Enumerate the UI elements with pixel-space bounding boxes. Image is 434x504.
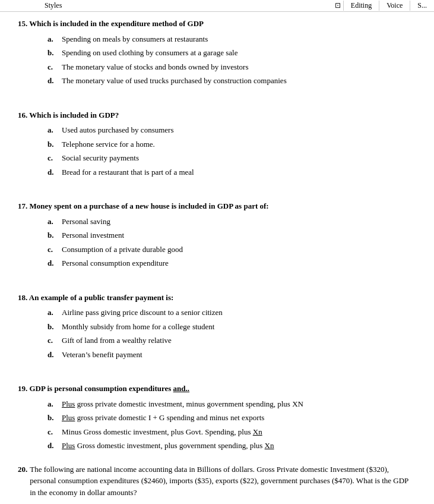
- question-15: 15. Which is included in the expenditure…: [18, 18, 416, 87]
- question-19-underline: and..: [173, 384, 189, 393]
- question-19: 19. GDP is personal consumption expendit…: [18, 383, 416, 452]
- top-bar: Styles ⊡ Editing Voice S...: [0, 0, 434, 12]
- option-letter: a.: [47, 502, 58, 504]
- share-label[interactable]: S...: [410, 1, 434, 11]
- option-letter: a.: [47, 124, 58, 136]
- list-item: c. The monetary value of stocks and bond…: [47, 61, 416, 73]
- option-letter: b.: [47, 321, 58, 333]
- list-item: a. $ 3250: [47, 502, 416, 504]
- option-text: Used autos purchased by consumers: [62, 124, 173, 136]
- question-18-text: 18. An example of a public transfer paym…: [18, 292, 416, 304]
- option-letter: c.: [47, 426, 58, 438]
- option-letter: d.: [47, 75, 58, 87]
- option-text: Minus Gross domestic investment, plus Go…: [62, 426, 262, 438]
- list-item: d. Plus Gross domestic investment, plus …: [47, 440, 416, 452]
- list-item: b. Plus gross private domestic I + G spe…: [47, 412, 416, 424]
- option-letter: d.: [47, 440, 58, 452]
- option-text: Consumption of a private durable good: [62, 244, 183, 256]
- option-letter: a.: [47, 307, 58, 319]
- option-text: Bread for a restaurant that is part of a…: [62, 166, 194, 178]
- question-15-text: 15. Which is included in the expenditure…: [18, 18, 416, 30]
- question-20-options: a. $ 3250 b. $ 3263 c. $ 3237 d. $ 3290: [18, 502, 416, 504]
- option-text: Telephone service for a home.: [62, 138, 155, 150]
- option-letter: a.: [47, 33, 58, 45]
- document-content: 15. Which is included in the expenditure…: [0, 12, 434, 504]
- question-18: 18. An example of a public transfer paym…: [18, 292, 416, 361]
- option-text: Gift of land from a wealthy relative: [62, 335, 172, 346]
- option-text: Personal saving: [62, 216, 110, 228]
- question-18-options: a. Airline pass giving price discount to…: [18, 307, 416, 360]
- option-letter: b.: [47, 138, 58, 150]
- list-item: c. Consumption of a private durable good: [47, 244, 416, 256]
- list-item: d. Veteran’s benefit payment: [47, 349, 416, 361]
- list-item: b. Personal investment: [47, 229, 416, 241]
- question-20-text: 20. The following are national income ac…: [18, 464, 416, 499]
- option-text: Spending on meals by consumers at restau…: [62, 33, 208, 45]
- option-letter: b.: [47, 229, 58, 241]
- option-letter: d.: [47, 257, 58, 269]
- option-text: Plus Gross domestic investment, plus gov…: [62, 440, 274, 452]
- option-letter: c.: [47, 152, 58, 164]
- question-20: 20. The following are national income ac…: [18, 464, 416, 505]
- question-19-options: a. Plus gross private domestic investmen…: [18, 398, 416, 452]
- question-16: 16. Which is included in GDP? a. Used au…: [18, 109, 416, 178]
- option-letter: a.: [47, 398, 58, 410]
- option-text: The monetary value of stocks and bonds o…: [62, 61, 248, 73]
- option-letter: b.: [47, 47, 58, 59]
- styles-label[interactable]: Styles: [45, 1, 62, 10]
- voice-label[interactable]: Voice: [379, 1, 410, 11]
- list-item: b. Telephone service for a home.: [47, 138, 416, 150]
- option-text: Plus gross private domestic I + G spendi…: [62, 412, 264, 424]
- option-text: Personal investment: [62, 229, 124, 241]
- option-text: The monetary value of used trucks purcha…: [62, 75, 287, 87]
- list-item: d. The monetary value of used trucks pur…: [47, 75, 416, 87]
- list-item: a. Spending on meals by consumers at res…: [47, 33, 416, 45]
- question-15-options: a. Spending on meals by consumers at res…: [18, 33, 416, 87]
- question-17: 17. Money spent on a purchase of a new h…: [18, 200, 416, 269]
- option-text: Monthly subsidy from home for a college …: [62, 321, 214, 333]
- list-item: b. Monthly subsidy from home for a colle…: [47, 321, 416, 333]
- list-item: a. Personal saving: [47, 216, 416, 228]
- option-letter: c.: [47, 61, 58, 73]
- option-letter: b.: [47, 412, 58, 424]
- option-text: Veteran’s benefit payment: [62, 349, 142, 361]
- question-19-text: 19. GDP is personal consumption expendit…: [18, 383, 416, 395]
- question-16-options: a. Used autos purchased by consumers b. …: [18, 124, 416, 178]
- list-item: c. Social security payments: [47, 152, 416, 164]
- list-item: a. Plus gross private domestic investmen…: [47, 398, 416, 410]
- option-text: Plus gross private domestic investment, …: [62, 398, 303, 410]
- list-item: b. Spending on used clothing by consumer…: [47, 47, 416, 59]
- list-item: a. Airline pass giving price discount to…: [47, 307, 416, 319]
- question-17-options: a. Personal saving b. Personal investmen…: [18, 216, 416, 269]
- option-letter: c.: [47, 335, 58, 346]
- option-letter: c.: [47, 244, 58, 256]
- option-text: Spending on used clothing by consumers a…: [62, 47, 237, 59]
- list-item: c. Gift of land from a wealthy relative: [47, 335, 416, 346]
- option-letter: d.: [47, 166, 58, 178]
- list-item: d. Bread for a restaurant that is part o…: [47, 166, 416, 178]
- list-item: c. Minus Gross domestic investment, plus…: [47, 426, 416, 438]
- list-item: d. Personal consumption expenditure: [47, 257, 416, 269]
- question-17-text: 17. Money spent on a purchase of a new h…: [18, 200, 416, 212]
- editing-label[interactable]: Editing: [343, 1, 379, 11]
- option-letter: a.: [47, 216, 58, 228]
- option-text: Airline pass giving price discount to a …: [62, 307, 223, 319]
- option-text: Personal consumption expenditure: [62, 257, 169, 269]
- toolbar-icon: ⊡: [335, 1, 341, 10]
- option-letter: d.: [47, 349, 58, 361]
- question-16-text: 16. Which is included in GDP?: [18, 109, 416, 121]
- option-text: $ 3250: [62, 502, 83, 504]
- list-item: a. Used autos purchased by consumers: [47, 124, 416, 136]
- option-text: Social security payments: [62, 152, 139, 164]
